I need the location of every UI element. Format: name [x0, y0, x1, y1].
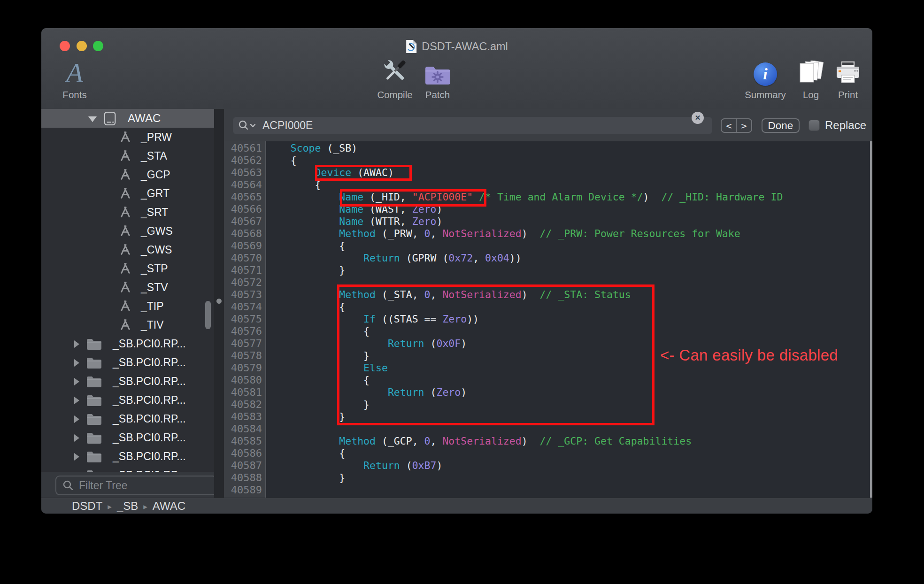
- disclosure-closed-icon[interactable]: [74, 359, 79, 367]
- line-number: 40571: [231, 264, 262, 277]
- close-window-button[interactable]: [60, 41, 70, 51]
- folder-icon: [86, 413, 102, 427]
- tree-item-method[interactable]: _GRT: [41, 184, 214, 203]
- line-number: 40581: [231, 386, 262, 399]
- tree-item-method[interactable]: _TIP: [41, 297, 214, 315]
- folder-icon: [86, 356, 102, 371]
- breadcrumb-separator-icon: ▸: [143, 501, 147, 512]
- tree-item-scope[interactable]: _SB.PCI0.RP...: [41, 353, 214, 372]
- code-editor[interactable]: 4056140562405634056440565405664056740568…: [224, 141, 872, 498]
- tree-item-method[interactable]: _GCP: [41, 165, 214, 184]
- toolbar-patch-button[interactable]: Patch: [424, 55, 451, 100]
- disclosure-closed-icon[interactable]: [74, 397, 79, 404]
- toolbar-print-button[interactable]: Print: [835, 55, 861, 100]
- line-number: 40576: [231, 325, 262, 338]
- filter-area: Filter Tree: [41, 472, 214, 498]
- toolbar-log-button[interactable]: Log: [797, 55, 824, 100]
- disclosure-open-icon[interactable]: [88, 116, 97, 122]
- annotation-box-device-awac: [315, 165, 412, 181]
- annotation-box-sta-method: [337, 284, 654, 425]
- disclosure-closed-icon[interactable]: [74, 415, 79, 423]
- line-number: 40569: [231, 240, 262, 252]
- minimize-window-button[interactable]: [77, 41, 87, 51]
- tree-item-label: _GWS: [141, 225, 173, 238]
- folder-icon: [86, 394, 102, 408]
- method-icon: [119, 281, 132, 296]
- line-number: 40570: [231, 252, 262, 264]
- disclosure-closed-icon[interactable]: [74, 340, 79, 348]
- breadcrumb: DSDT▸_SB▸AWAC: [72, 499, 185, 513]
- disclosure-closed-icon[interactable]: [74, 453, 79, 461]
- line-number: 40562: [231, 154, 262, 167]
- line-number: 40573: [231, 289, 262, 301]
- code-line: [266, 484, 869, 496]
- tree-item-awac-selected[interactable]: AWAC: [41, 109, 214, 128]
- tree-item-method[interactable]: _TIV: [41, 315, 214, 334]
- code-line: Method (_GCP, 0, NotSerialized) // _GCP:…: [266, 435, 869, 447]
- line-number: 40586: [231, 447, 262, 460]
- method-icon: [119, 318, 132, 333]
- toolbar-label: Log: [803, 89, 819, 100]
- disclosure-closed-icon[interactable]: [74, 434, 79, 442]
- find-input[interactable]: ACPI000E: [233, 117, 712, 134]
- tree-item-method[interactable]: _GWS: [41, 222, 214, 240]
- sidebar-scrollbar-thumb[interactable]: [205, 301, 211, 329]
- tree-item-label: _STV: [141, 281, 168, 294]
- line-number: 40577: [231, 338, 262, 350]
- method-icon: [119, 131, 132, 146]
- code-line: Return (GPRW (0x72, 0x04)): [266, 252, 869, 264]
- tree-item-label: _TIP: [141, 300, 164, 313]
- tree-item-method[interactable]: _SRT: [41, 203, 214, 222]
- line-number: 40584: [231, 423, 262, 435]
- folder-icon: [86, 338, 102, 352]
- zoom-window-button[interactable]: [93, 41, 103, 51]
- method-icon: [119, 300, 132, 315]
- tree-item-method[interactable]: _CWS: [41, 240, 214, 259]
- tree-item-label: _SB.PCI0.RP...: [113, 431, 186, 444]
- breadcrumb-item[interactable]: DSDT: [72, 499, 102, 513]
- line-number: 40578: [231, 350, 262, 362]
- filter-tree-input[interactable]: Filter Tree: [55, 476, 217, 495]
- tree-item-scope[interactable]: _SB.PCI0.RP: [41, 466, 214, 472]
- find-prev-next-control: < >: [721, 118, 752, 133]
- tree-item-scope[interactable]: _SB.PCI0.RP...: [41, 334, 214, 353]
- tree-item-method[interactable]: _PRW: [41, 128, 214, 146]
- clear-search-button[interactable]: ✕: [692, 112, 704, 124]
- patch-folder-icon: [424, 63, 451, 86]
- method-icon: [119, 243, 132, 258]
- tree-item-scope[interactable]: _SB.PCI0.RP...: [41, 391, 214, 409]
- toolbar-fonts-button[interactable]: A Fonts: [62, 55, 86, 100]
- path-bar: DSDT▸_SB▸AWAC: [41, 498, 872, 514]
- log-documents-icon: [797, 61, 824, 86]
- disclosure-closed-icon[interactable]: [74, 378, 79, 385]
- acpi-tree: AWAC _PRW _STA _GCP _GRT _SRT _GWS _CWS: [41, 109, 214, 472]
- code-line: Name (WTTR, Zero): [266, 215, 869, 228]
- method-icon: [119, 149, 132, 164]
- tree-item-label: _SB.PCI0.RP...: [113, 375, 186, 388]
- toolbar-summary-button[interactable]: i Summary: [745, 55, 786, 100]
- tree-item-label: _SRT: [141, 206, 168, 219]
- tree-item-scope[interactable]: _SB.PCI0.RP...: [41, 372, 214, 391]
- find-next-button[interactable]: >: [737, 119, 751, 132]
- editor-scrollbar[interactable]: [870, 141, 872, 498]
- breadcrumb-item[interactable]: AWAC: [153, 499, 185, 513]
- tree-item-scope[interactable]: _SB.PCI0.RP...: [41, 409, 214, 428]
- done-button[interactable]: Done: [762, 118, 800, 133]
- search-icon: [62, 479, 74, 492]
- tree-item-method[interactable]: _STA: [41, 146, 214, 165]
- code-line: Return (0xB7): [266, 460, 869, 472]
- tree-item-method[interactable]: _STV: [41, 278, 214, 297]
- find-previous-button[interactable]: <: [722, 119, 737, 132]
- tree-item-scope[interactable]: _SB.PCI0.RP...: [41, 428, 214, 447]
- maciasl-window: DSDT-AWAC.aml A Fonts: [41, 28, 872, 514]
- tree-item-scope[interactable]: _SB.PCI0.RP...: [41, 447, 214, 466]
- breadcrumb-item[interactable]: _SB: [117, 499, 138, 513]
- tree-item-label: _SB.PCI0.RP...: [113, 394, 186, 407]
- pane-splitter[interactable]: [214, 109, 224, 498]
- replace-checkbox[interactable]: [808, 120, 820, 131]
- tree-item-method[interactable]: _STP: [41, 259, 214, 278]
- toolbar-compile-button[interactable]: Compile: [377, 55, 412, 100]
- info-icon: i: [754, 62, 777, 86]
- screen: DSDT-AWAC.aml A Fonts: [0, 0, 924, 584]
- window-title: DSDT-AWAC.aml: [422, 40, 508, 53]
